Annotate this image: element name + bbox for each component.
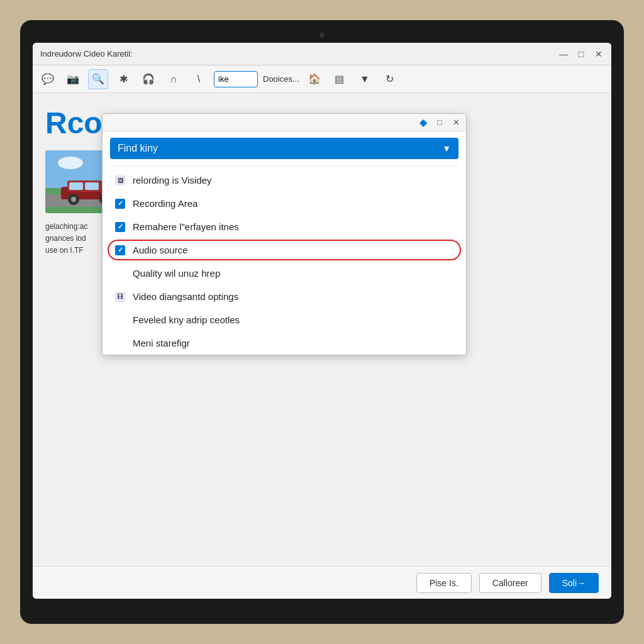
search-input[interactable] xyxy=(214,71,258,87)
quality-label: Quality wil unuz hrep xyxy=(133,268,220,279)
checkmark-icon-2: ✓ xyxy=(118,223,123,231)
camera-icon[interactable]: 📷 xyxy=(63,69,83,89)
panel-titlebar: ◆ □ ✕ xyxy=(103,114,466,131)
chat-icon[interactable]: 💬 xyxy=(38,69,58,89)
main-content: Rco xyxy=(33,93,611,566)
pin-button[interactable]: ◆ xyxy=(418,116,428,128)
screen: Indreudorw Cideo Karetil: — □ ✕ 💬 📷 🔍 ✱ … xyxy=(33,43,611,599)
recording-visible-icon: 🖼 xyxy=(115,175,125,186)
panel-restore-button[interactable]: □ xyxy=(435,118,445,127)
title-bar: Indreudorw Cideo Karetil: — □ ✕ xyxy=(33,43,611,65)
arc-icon[interactable]: ∩ xyxy=(164,69,184,89)
menu-item-recording-area[interactable]: ✓ Recording Area xyxy=(103,192,466,215)
svg-point-10 xyxy=(71,197,76,202)
minimize-button[interactable]: — xyxy=(558,49,569,59)
audio-source-checkbox[interactable]: ✓ xyxy=(115,245,125,255)
devices-label: Dooices... xyxy=(263,74,299,84)
category-dropdown[interactable]: Find kiny ▼ xyxy=(110,138,458,159)
menu-item-meni[interactable]: Meni starefigr xyxy=(103,331,466,355)
audio-source-label: Audio source xyxy=(133,245,188,255)
close-button[interactable]: ✕ xyxy=(594,49,604,59)
diagonal-icon[interactable]: \ xyxy=(189,69,209,89)
settings-icon[interactable]: ▤ xyxy=(330,69,350,89)
window-title: Indreudorw Cideo Karetil: xyxy=(40,49,133,58)
meni-label: Meni starefigr xyxy=(133,338,190,348)
checkmark-icon-3: ✓ xyxy=(118,246,123,254)
headphone-icon[interactable]: 🎧 xyxy=(138,69,158,89)
menu-item-video-options[interactable]: 🎞 Video diangsantd optings xyxy=(103,285,466,308)
video-options-label: Video diangsantd optings xyxy=(133,291,238,302)
dropdown-icon[interactable]: ▼ xyxy=(355,69,375,89)
remahere-checkbox[interactable]: ✓ xyxy=(115,222,125,232)
remahere-label: Remahere l"erfayen itnes xyxy=(133,221,239,232)
refresh-icon[interactable]: ↻ xyxy=(380,69,400,89)
dropdown-label: Find kiny xyxy=(118,143,442,154)
home-icon[interactable]: 🏠 xyxy=(304,69,325,89)
svg-rect-8 xyxy=(85,182,99,190)
divider-1 xyxy=(110,165,458,166)
laptop-frame: Indreudorw Cideo Karetil: — □ ✕ 💬 📷 🔍 ✱ … xyxy=(20,20,624,624)
bluetooth-icon[interactable]: ✱ xyxy=(113,69,133,89)
window-controls: — □ ✕ xyxy=(558,49,604,59)
pise-button[interactable]: Pise Is. xyxy=(416,573,472,593)
toolbar: 💬 📷 🔍 ✱ 🎧 ∩ \ Dooices... 🏠 ▤ ▼ ↻ xyxy=(33,65,611,93)
recording-area-checkbox[interactable]: ✓ xyxy=(115,199,125,209)
menu-item-recording-visible[interactable]: 🖼 relording is Visidey xyxy=(103,169,466,192)
svg-point-1 xyxy=(58,157,83,169)
maximize-button[interactable]: □ xyxy=(576,49,586,59)
camera xyxy=(319,33,325,38)
calloreer-button[interactable]: Calloreer xyxy=(479,573,541,593)
video-options-icon: 🎞 xyxy=(115,292,125,302)
svg-rect-7 xyxy=(69,182,83,190)
menu-item-feveled[interactable]: Feveled kny adrip ceotles xyxy=(103,308,466,331)
menu-item-audio-source[interactable]: ✓ Audio source xyxy=(103,238,466,262)
recording-area-label: Recording Area xyxy=(133,198,197,209)
bottom-bar: Pise Is. Calloreer Soli→ xyxy=(33,566,611,599)
feveled-label: Feveled kny adrip ceotles xyxy=(133,314,240,325)
panel-close-button[interactable]: ✕ xyxy=(451,118,461,127)
checkmark-icon: ✓ xyxy=(118,199,123,208)
menu-item-remahere[interactable]: ✓ Remahere l"erfayen itnes xyxy=(103,215,466,238)
search-icon[interactable]: 🔍 xyxy=(88,69,108,89)
recording-visible-label: relording is Visidey xyxy=(133,175,212,186)
dropdown-panel: ◆ □ ✕ Find kiny ▼ 🖼 relording is Visidey xyxy=(102,113,467,355)
soli-button[interactable]: Soli→ xyxy=(549,573,599,593)
dropdown-arrow-icon: ▼ xyxy=(442,143,451,153)
menu-item-quality[interactable]: Quality wil unuz hrep xyxy=(103,262,466,285)
